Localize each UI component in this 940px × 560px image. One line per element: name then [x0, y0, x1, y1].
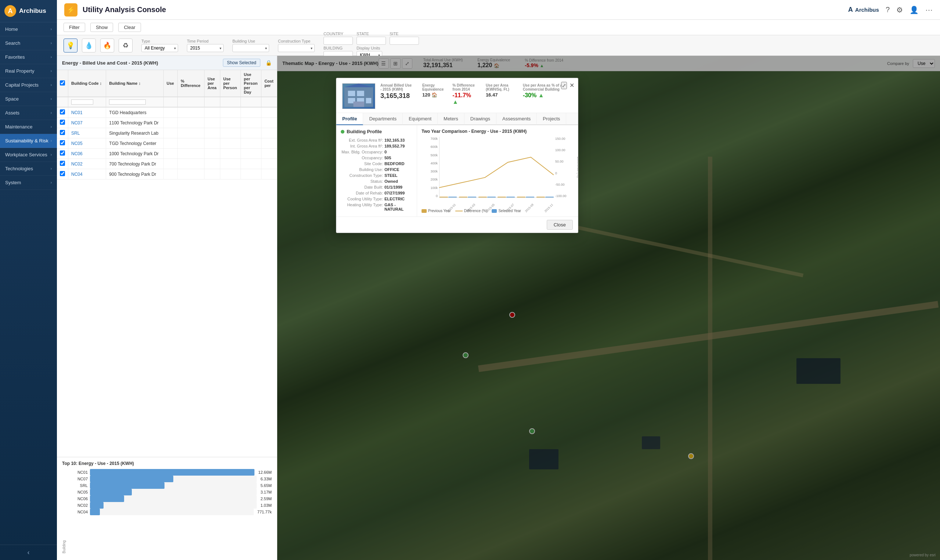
tab-assessments[interactable]: Assessments — [496, 113, 537, 125]
sidebar-item-maintenance[interactable]: Maintenance › — [0, 120, 57, 134]
type-select-wrapper[interactable]: All Energy — [141, 44, 178, 52]
row-checkbox[interactable] — [60, 109, 65, 114]
tab-profile[interactable]: Profile — [336, 113, 363, 125]
use-area-cell — [205, 138, 220, 149]
name-filter-input[interactable] — [109, 100, 146, 105]
table-row[interactable]: NC02 700 Technology Park Dr — [57, 159, 277, 169]
tab-meters[interactable]: Meters — [438, 113, 464, 125]
sidebar-item-system[interactable]: System › — [0, 176, 57, 190]
tab-equipment[interactable]: Equipment — [403, 113, 438, 125]
sidebar-item-assets[interactable]: Assets › — [0, 106, 57, 120]
table-row[interactable]: NC07 1100 Technology Park Dr — [57, 118, 277, 128]
row-checkbox-cell[interactable] — [57, 118, 68, 128]
time-select-wrapper[interactable]: 2015 — [187, 44, 223, 52]
row-checkbox-cell[interactable] — [57, 128, 68, 138]
profile-field-key: Int. Gross Area ft²: — [341, 144, 383, 148]
row-checkbox[interactable] — [60, 120, 65, 125]
sidebar-item-capital-projects[interactable]: Capital Projects › — [0, 78, 57, 92]
sidebar-item-home[interactable]: Home › — [0, 22, 57, 36]
construction-select[interactable] — [278, 44, 315, 52]
building-use-label: Building Use — [233, 39, 269, 43]
table-section: Energy - Billed Use and Cost - 2015 (KWH… — [57, 56, 277, 457]
row-checkbox[interactable] — [60, 140, 65, 145]
col-use-per-person: UseperPerson — [220, 70, 241, 97]
row-checkbox-cell[interactable] — [57, 149, 68, 159]
time-select[interactable]: 2015 — [187, 44, 223, 52]
settings-icon[interactable]: ⚙ — [896, 6, 903, 14]
close-button[interactable]: Close — [547, 220, 573, 230]
use-pct-avg-value: -30% ▲ — [523, 92, 572, 99]
modal-close-x-button[interactable]: ✕ — [570, 82, 574, 89]
tab-departments[interactable]: Departments — [363, 113, 402, 125]
site-input[interactable] — [390, 37, 419, 45]
sidebar-item-space[interactable]: Space › — [0, 92, 57, 106]
filter-button[interactable]: Filter — [63, 23, 85, 32]
row-checkbox[interactable] — [60, 161, 65, 166]
modal-chart-title: Two Year Comparison - Energy - Use - 201… — [422, 129, 573, 134]
clear-button[interactable]: Clear — [118, 23, 141, 32]
type-select[interactable]: All Energy — [141, 44, 178, 52]
show-button[interactable]: Show — [90, 23, 114, 32]
sidebar-item-favorites[interactable]: Favorites › — [0, 50, 57, 64]
row-checkbox[interactable] — [60, 130, 65, 135]
topbar-right: A Archibus ? ⚙ 👤 ⋯ — [848, 6, 933, 14]
recycle-icon-btn[interactable]: ♻ — [119, 38, 133, 52]
user-icon[interactable]: 👤 — [909, 6, 919, 14]
row-checkbox-cell[interactable] — [57, 138, 68, 149]
profile-field-key: Cooling Utility Type: — [341, 197, 383, 201]
state-input[interactable] — [356, 37, 386, 45]
code-filter-input[interactable] — [71, 100, 93, 105]
table-row[interactable]: NC04 900 Technology Park Dr — [57, 169, 277, 180]
bar-row: SRL 5.65M — [68, 482, 272, 489]
table-row[interactable]: SRL Singularity Research Lab — [57, 128, 277, 138]
gas-icon-btn[interactable]: 🔥 — [100, 38, 114, 52]
row-checkbox[interactable] — [60, 171, 65, 176]
show-selected-button[interactable]: Show Selected — [223, 59, 260, 67]
bar-label: NC04 — [68, 510, 88, 514]
table-row[interactable]: NC01 TGD Headquarters — [57, 107, 277, 118]
col-building-name: Building Name ↕ — [106, 70, 163, 97]
building-use-select-wrapper[interactable] — [233, 44, 269, 52]
chevron-right-icon: › — [51, 139, 52, 143]
building-use-select[interactable] — [233, 44, 269, 52]
help-icon[interactable]: ? — [886, 6, 890, 14]
row-checkbox-cell[interactable] — [57, 107, 68, 118]
profile-field-value: Owned — [384, 179, 412, 183]
row-checkbox[interactable] — [60, 151, 65, 155]
typebar: 💡 💧 🔥 ♻ Type All Energy Time Period 2015… — [57, 35, 940, 56]
use-area-cell — [205, 159, 220, 169]
row-checkbox-cell[interactable] — [57, 159, 68, 169]
tab-projects[interactable]: Projects — [537, 113, 566, 125]
row-checkbox-cell[interactable] — [57, 169, 68, 180]
bar-fill — [90, 475, 173, 482]
sidebar-item-workplace[interactable]: Workplace Services › — [0, 148, 57, 162]
annual-use-value: 3,165,318 — [381, 92, 413, 100]
sidebar-nav: Home › Search › Favorites › Real Propert… — [0, 22, 57, 545]
profile-field-key: Occupancy: — [341, 155, 383, 160]
profile-field-value: 192,165.33 — [384, 138, 412, 142]
sidebar-logo: A Archibus — [0, 0, 57, 22]
sidebar-item-real-property[interactable]: Real Property › — [0, 64, 57, 78]
select-all-checkbox[interactable] — [60, 80, 65, 86]
sidebar-item-sustainability[interactable]: Sustainability & Risk › — [0, 134, 57, 148]
profile-field-row: Site Code: BEDFORD — [341, 162, 412, 166]
water-icon-btn[interactable]: 💧 — [82, 38, 96, 52]
select-all-header[interactable] — [57, 70, 68, 97]
modal-chart-panel: Two Year Comparison - Energy - Use - 201… — [417, 125, 578, 217]
use-person-cell — [220, 149, 241, 159]
country-input[interactable] — [324, 37, 353, 45]
svg-rect-2 — [357, 91, 364, 96]
use-person-day-cell — [241, 169, 262, 180]
sidebar-item-search[interactable]: Search › — [0, 36, 57, 50]
more-icon[interactable]: ⋯ — [925, 6, 933, 14]
energy-all-icon-btn[interactable]: 💡 — [63, 38, 77, 52]
construction-select-wrapper[interactable] — [278, 44, 315, 52]
table-row[interactable]: NC05 TGD Technology Center — [57, 138, 277, 149]
col-cost-per: Costper — [262, 70, 277, 97]
use-area-cell — [205, 128, 220, 138]
tab-drawings[interactable]: Drawings — [464, 113, 496, 125]
sidebar-item-technologies[interactable]: Technologies › — [0, 162, 57, 176]
modal-expand-button[interactable]: ⤢ — [561, 82, 567, 89]
table-row[interactable]: NC06 1000 Technology Park Dr — [57, 149, 277, 159]
sidebar-collapse-btn[interactable]: ‹ — [0, 545, 57, 560]
